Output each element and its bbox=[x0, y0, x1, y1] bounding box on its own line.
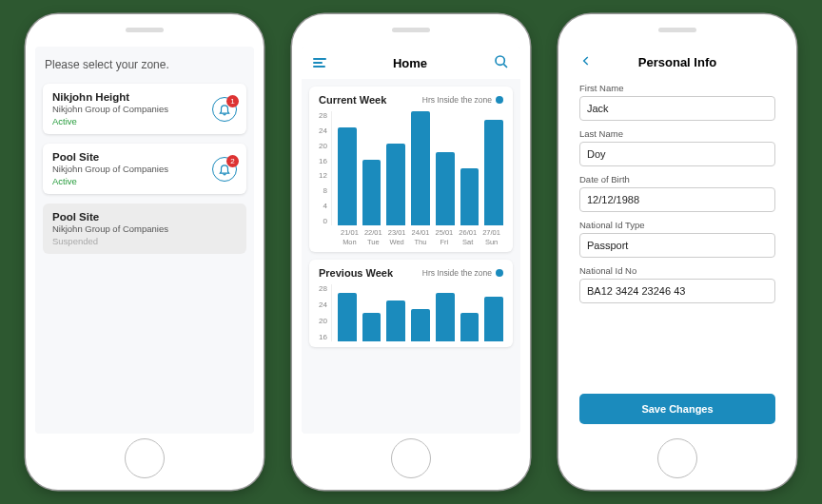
x-tick: 23/01Wed bbox=[385, 228, 409, 246]
legend-dot-icon bbox=[496, 96, 503, 104]
legend-dot-icon bbox=[496, 269, 503, 277]
dob-label: Date of Birth bbox=[579, 174, 775, 184]
chart-title: Current Week bbox=[319, 94, 386, 106]
phone-home-charts: Home Current Week Hrs Inside the zone 28… bbox=[292, 14, 530, 490]
chart-bar bbox=[436, 293, 455, 341]
zone-card[interactable]: Pool Site Nikjohn Group of Companies Act… bbox=[43, 144, 246, 194]
zone-status: Suspended bbox=[52, 236, 237, 246]
chart-bar bbox=[484, 297, 503, 341]
notification-badge: 2 bbox=[226, 155, 239, 167]
x-axis: 21/01Mon22/01Tue23/01Wed24/01Thu25/01Fri… bbox=[319, 228, 503, 246]
chart-bars bbox=[331, 111, 503, 225]
chart-bar bbox=[411, 309, 430, 341]
legend-label: Hrs Inside the zone bbox=[422, 268, 492, 278]
zone-title: Pool Site bbox=[52, 151, 237, 163]
back-icon[interactable] bbox=[579, 54, 593, 69]
zone-title: Nikjohn Height bbox=[52, 91, 237, 103]
page-title: Personal Info bbox=[568, 55, 787, 69]
chart-legend: Hrs Inside the zone bbox=[422, 268, 503, 278]
save-button[interactable]: Save Changes bbox=[579, 394, 775, 424]
chart-card-current-week: Current Week Hrs Inside the zone 2824201… bbox=[309, 87, 513, 252]
chart-bar bbox=[362, 160, 382, 225]
first-name-label: First Name bbox=[579, 83, 775, 93]
screen: Home Current Week Hrs Inside the zone 28… bbox=[302, 47, 520, 434]
chart-card-previous-week: Previous Week Hrs Inside the zone 282420… bbox=[309, 260, 513, 347]
zone-status: Active bbox=[52, 176, 237, 186]
nav-bar: Home bbox=[302, 47, 520, 79]
chart-legend: Hrs Inside the zone bbox=[422, 95, 503, 105]
first-name-field[interactable] bbox=[579, 96, 775, 121]
form: First Name Last Name Date of Birth Natio… bbox=[568, 77, 787, 434]
chart-bar bbox=[460, 168, 480, 225]
zone-card-suspended[interactable]: Pool Site Nikjohn Group of Companies Sus… bbox=[43, 204, 246, 254]
id-type-label: National Id Type bbox=[579, 220, 775, 230]
x-tick: 22/01Tue bbox=[362, 228, 385, 246]
svg-point-0 bbox=[496, 56, 504, 65]
chart-bar bbox=[338, 127, 357, 225]
id-no-field[interactable] bbox=[579, 279, 775, 303]
bell-icon[interactable]: 2 bbox=[212, 157, 237, 182]
x-tick: 26/01Sat bbox=[456, 228, 480, 246]
y-axis: 28242016 bbox=[319, 284, 331, 341]
x-tick: 27/01Sun bbox=[480, 228, 503, 246]
chart-bars bbox=[331, 284, 503, 341]
legend-label: Hrs Inside the zone bbox=[422, 95, 492, 105]
chart-bar bbox=[460, 313, 480, 341]
zone-status: Active bbox=[52, 116, 237, 126]
zone-card[interactable]: Nikjohn Height Nikjohn Group of Companie… bbox=[43, 84, 246, 134]
id-no-label: National Id No bbox=[579, 265, 775, 276]
phone-personal-info: Personal Info First Name Last Name Date … bbox=[558, 14, 796, 490]
screen: Please select your zone. Nikjohn Height … bbox=[35, 47, 254, 434]
x-tick: 21/01Mon bbox=[338, 228, 362, 246]
chart-bar bbox=[386, 300, 405, 341]
chart-bar bbox=[411, 111, 430, 225]
phone-zone-select: Please select your zone. Nikjohn Height … bbox=[26, 14, 264, 490]
last-name-label: Last Name bbox=[579, 128, 775, 139]
nav-bar: Personal Info bbox=[568, 47, 787, 77]
menu-icon[interactable] bbox=[313, 58, 326, 68]
chart-bar bbox=[386, 144, 405, 225]
dob-field[interactable] bbox=[579, 187, 775, 212]
x-tick: 25/01Fri bbox=[432, 228, 456, 246]
search-icon[interactable] bbox=[494, 54, 509, 71]
chart-bar bbox=[484, 120, 503, 225]
page-title: Home bbox=[393, 56, 427, 70]
chart-title: Previous Week bbox=[319, 267, 393, 279]
notification-badge: 1 bbox=[226, 95, 239, 107]
chart-bar bbox=[362, 313, 382, 341]
zone-subtitle: Nikjohn Group of Companies bbox=[52, 164, 237, 174]
y-axis: 2824201612840 bbox=[319, 111, 331, 225]
id-type-field[interactable] bbox=[579, 233, 775, 258]
zone-subtitle: Nikjohn Group of Companies bbox=[52, 223, 237, 234]
screen: Personal Info First Name Last Name Date … bbox=[568, 47, 787, 434]
prompt-text: Please select your zone. bbox=[35, 47, 254, 79]
last-name-field[interactable] bbox=[579, 142, 775, 166]
zone-title: Pool Site bbox=[52, 211, 237, 223]
zone-subtitle: Nikjohn Group of Companies bbox=[52, 104, 237, 114]
chart-bar bbox=[338, 293, 357, 341]
chart-bar bbox=[436, 152, 455, 225]
x-tick: 24/01Thu bbox=[409, 228, 433, 246]
bell-icon[interactable]: 1 bbox=[212, 97, 237, 122]
